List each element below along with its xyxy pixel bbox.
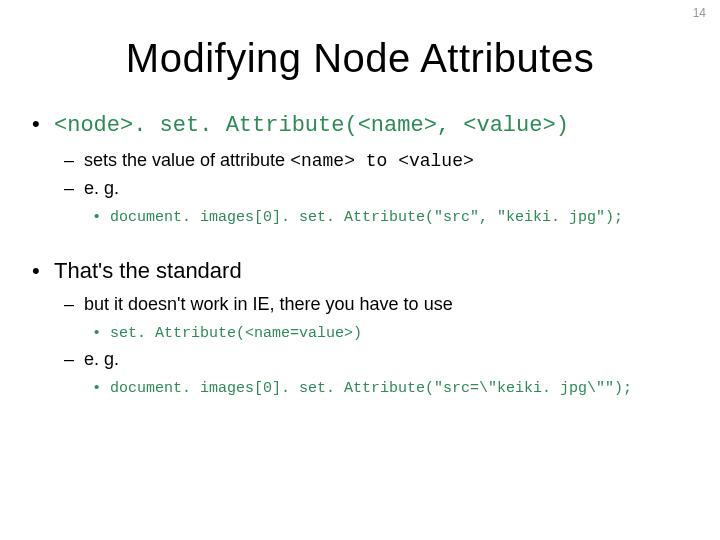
bullet-1: <node>. set. Attribute(<name>, <value>) …	[26, 109, 694, 230]
bullet-1-sub-2: e. g. document. images[0]. set. Attribut…	[54, 175, 694, 230]
code-example-1: document. images[0]. set. Attribute("src…	[110, 209, 623, 226]
bullet-1-sub-1-text: sets the value of attribute	[84, 150, 290, 170]
bullet-2-sub-1-text: but it doesn't work in IE, there you hav…	[84, 294, 453, 314]
bullet-2: That's the standard but it doesn't work …	[26, 256, 694, 402]
bullet-2-text: That's the standard	[54, 258, 242, 283]
code-example-3: document. images[0]. set. Attribute("src…	[110, 380, 632, 397]
page-number: 14	[693, 6, 706, 20]
bullet-2-sub-2: e. g. document. images[0]. set. Attribut…	[54, 346, 694, 401]
bullet-1-sub-2-text: e. g.	[84, 178, 119, 198]
bullet-1-sub-1-code: <name> to <value>	[290, 151, 474, 171]
bullet-2-sub-1: but it doesn't work in IE, there you hav…	[54, 291, 694, 346]
slide-content: <node>. set. Attribute(<name>, <value>) …	[0, 109, 720, 401]
bullet-2-sub-1-code: set. Attribute(<name=value>)	[84, 320, 694, 346]
bullet-1-sub-2-code: document. images[0]. set. Attribute("src…	[84, 204, 694, 230]
bullet-2-sub-2-code: document. images[0]. set. Attribute("src…	[84, 375, 694, 401]
bullet-1-code: <node>. set. Attribute(<name>, <value>)	[54, 113, 569, 138]
code-example-2: set. Attribute(<name=value>)	[110, 325, 362, 342]
bullet-2-sub-2-text: e. g.	[84, 349, 119, 369]
slide-title: Modifying Node Attributes	[0, 36, 720, 81]
bullet-1-sub-1: sets the value of attribute <name> to <v…	[54, 147, 694, 175]
